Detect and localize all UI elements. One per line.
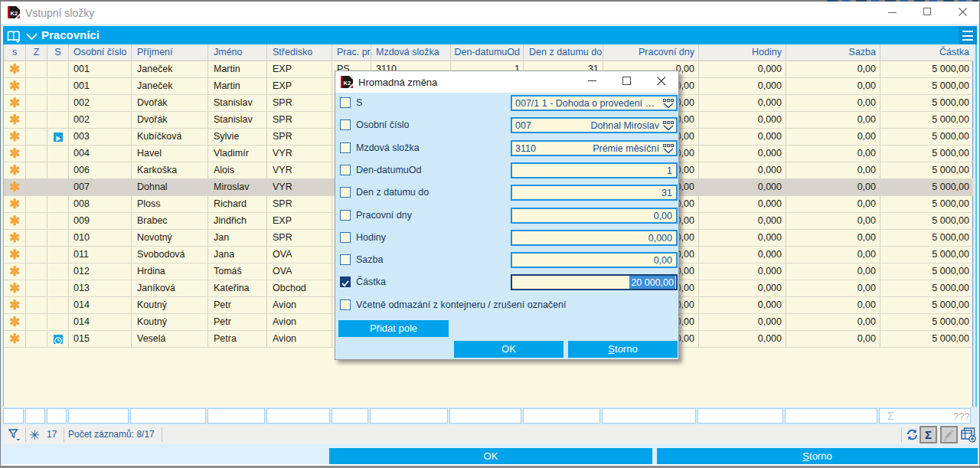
svg-text:K2: K2 xyxy=(11,10,18,17)
svg-text:K2: K2 xyxy=(344,80,351,87)
